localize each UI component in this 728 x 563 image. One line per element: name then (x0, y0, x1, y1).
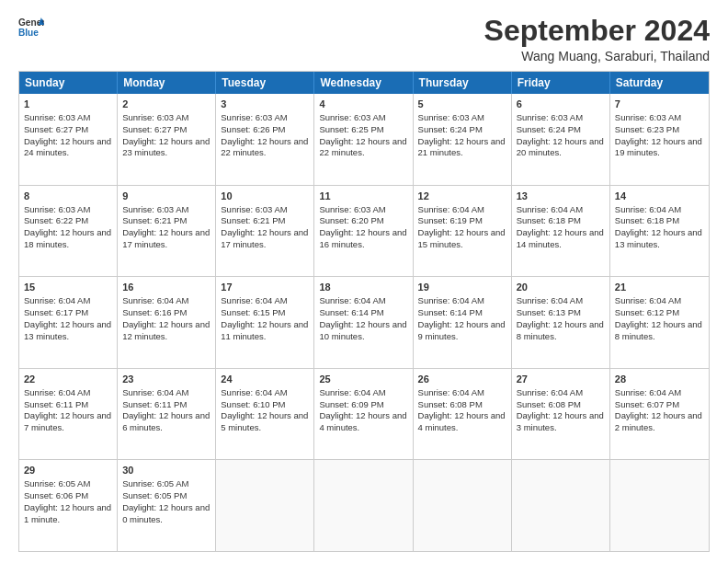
daylight-text: Daylight: 12 hours and 3 minutes. (517, 410, 604, 432)
sunrise-text: Sunrise: 6:04 AM (221, 387, 287, 397)
day-number: 2 (122, 98, 210, 111)
sunset-text: Sunset: 6:25 PM (319, 124, 383, 134)
daylight-text: Daylight: 12 hours and 19 minutes. (615, 136, 702, 158)
daylight-text: Daylight: 12 hours and 20 minutes. (517, 136, 604, 158)
sunrise-text: Sunrise: 6:04 AM (517, 295, 583, 305)
calendar-cell: 2Sunrise: 6:03 AMSunset: 6:27 PMDaylight… (118, 94, 216, 185)
sunrise-text: Sunrise: 6:04 AM (615, 387, 681, 397)
day-number: 6 (517, 98, 605, 111)
calendar-cell: 6Sunrise: 6:03 AMSunset: 6:24 PMDaylight… (512, 94, 610, 185)
sunrise-text: Sunrise: 6:05 AM (122, 478, 188, 488)
sunrise-text: Sunrise: 6:03 AM (122, 204, 188, 214)
sunrise-text: Sunrise: 6:03 AM (24, 112, 90, 122)
calendar-cell (610, 460, 709, 551)
sunrise-text: Sunrise: 6:04 AM (122, 387, 188, 397)
sunset-text: Sunset: 6:27 PM (24, 124, 88, 134)
sunset-text: Sunset: 6:11 PM (24, 399, 88, 409)
calendar-cell: 1Sunrise: 6:03 AMSunset: 6:27 PMDaylight… (19, 94, 118, 185)
calendar-cell: 29Sunrise: 6:05 AMSunset: 6:06 PMDayligh… (19, 460, 118, 551)
sunset-text: Sunset: 6:14 PM (319, 307, 383, 317)
daylight-text: Daylight: 12 hours and 12 minutes. (122, 319, 210, 341)
day-number: 25 (319, 373, 407, 386)
sunrise-text: Sunrise: 6:04 AM (24, 387, 90, 397)
sunset-text: Sunset: 6:06 PM (24, 490, 88, 500)
daylight-text: Daylight: 12 hours and 8 minutes. (615, 319, 702, 341)
sunrise-text: Sunrise: 6:03 AM (615, 112, 681, 122)
daylight-text: Daylight: 12 hours and 10 minutes. (319, 319, 406, 341)
day-number: 12 (418, 190, 506, 203)
daylight-text: Daylight: 12 hours and 22 minutes. (319, 136, 406, 158)
sunrise-text: Sunrise: 6:04 AM (418, 295, 484, 305)
header-saturday: Saturday (610, 72, 709, 94)
sunrise-text: Sunrise: 6:03 AM (319, 112, 385, 122)
sunrise-text: Sunrise: 6:03 AM (517, 112, 583, 122)
day-number: 30 (122, 464, 210, 477)
daylight-text: Daylight: 12 hours and 21 minutes. (418, 136, 506, 158)
day-number: 17 (221, 281, 309, 294)
sunset-text: Sunset: 6:14 PM (418, 307, 483, 317)
header-tuesday: Tuesday (216, 72, 314, 94)
sunset-text: Sunset: 6:20 PM (319, 215, 383, 225)
sunset-text: Sunset: 6:08 PM (517, 399, 581, 409)
calendar-cell: 8Sunrise: 6:03 AMSunset: 6:22 PMDaylight… (19, 186, 118, 277)
calendar-cell: 28Sunrise: 6:04 AMSunset: 6:07 PMDayligh… (610, 369, 709, 460)
day-number: 22 (24, 373, 112, 386)
calendar-cell: 10Sunrise: 6:03 AMSunset: 6:21 PMDayligh… (216, 186, 314, 277)
calendar-body: 1Sunrise: 6:03 AMSunset: 6:27 PMDaylight… (19, 94, 709, 551)
calendar-cell: 22Sunrise: 6:04 AMSunset: 6:11 PMDayligh… (19, 369, 118, 460)
calendar-cell: 21Sunrise: 6:04 AMSunset: 6:12 PMDayligh… (610, 277, 709, 368)
header-wednesday: Wednesday (314, 72, 413, 94)
daylight-text: Daylight: 12 hours and 4 minutes. (418, 410, 506, 432)
calendar-cell: 23Sunrise: 6:04 AMSunset: 6:11 PMDayligh… (118, 369, 216, 460)
location: Wang Muang, Saraburi, Thailand (484, 49, 710, 63)
sunrise-text: Sunrise: 6:03 AM (319, 204, 385, 214)
day-number: 14 (615, 190, 704, 203)
daylight-text: Daylight: 12 hours and 9 minutes. (418, 319, 506, 341)
calendar: Sunday Monday Tuesday Wednesday Thursday… (18, 71, 710, 552)
header-thursday: Thursday (414, 72, 512, 94)
calendar-cell (414, 460, 512, 551)
sunrise-text: Sunrise: 6:04 AM (517, 204, 583, 214)
daylight-text: Daylight: 12 hours and 8 minutes. (517, 319, 604, 341)
daylight-text: Daylight: 12 hours and 15 minutes. (418, 227, 506, 249)
calendar-cell: 14Sunrise: 6:04 AMSunset: 6:18 PMDayligh… (610, 186, 709, 277)
daylight-text: Daylight: 12 hours and 13 minutes. (615, 227, 702, 249)
sunset-text: Sunset: 6:17 PM (24, 307, 88, 317)
calendar-cell: 19Sunrise: 6:04 AMSunset: 6:14 PMDayligh… (414, 277, 512, 368)
day-number: 29 (24, 464, 112, 477)
sunset-text: Sunset: 6:09 PM (319, 399, 383, 409)
daylight-text: Daylight: 12 hours and 16 minutes. (319, 227, 406, 249)
sunset-text: Sunset: 6:07 PM (615, 399, 679, 409)
day-number: 1 (24, 98, 112, 111)
calendar-cell: 20Sunrise: 6:04 AMSunset: 6:13 PMDayligh… (512, 277, 610, 368)
sunrise-text: Sunrise: 6:04 AM (221, 295, 287, 305)
daylight-text: Daylight: 12 hours and 17 minutes. (221, 227, 308, 249)
calendar-cell: 25Sunrise: 6:04 AMSunset: 6:09 PMDayligh… (314, 369, 413, 460)
sunset-text: Sunset: 6:23 PM (615, 124, 679, 134)
header-sunday: Sunday (19, 72, 118, 94)
day-number: 27 (517, 373, 605, 386)
day-number: 3 (221, 98, 309, 111)
page: General Blue September 2024 Wang Muang, … (0, 0, 728, 563)
sunset-text: Sunset: 6:12 PM (615, 307, 679, 317)
calendar-cell: 30Sunrise: 6:05 AMSunset: 6:05 PMDayligh… (118, 460, 216, 551)
sunset-text: Sunset: 6:18 PM (615, 215, 679, 225)
sunrise-text: Sunrise: 6:05 AM (24, 478, 90, 488)
sunrise-text: Sunrise: 6:03 AM (122, 112, 188, 122)
daylight-text: Daylight: 12 hours and 2 minutes. (615, 410, 702, 432)
sunset-text: Sunset: 6:08 PM (418, 399, 483, 409)
calendar-cell: 17Sunrise: 6:04 AMSunset: 6:15 PMDayligh… (216, 277, 314, 368)
sunset-text: Sunset: 6:10 PM (221, 399, 285, 409)
calendar-cell: 26Sunrise: 6:04 AMSunset: 6:08 PMDayligh… (414, 369, 512, 460)
sunset-text: Sunset: 6:26 PM (221, 124, 285, 134)
calendar-header: Sunday Monday Tuesday Wednesday Thursday… (19, 72, 709, 94)
daylight-text: Daylight: 12 hours and 1 minute. (24, 502, 111, 524)
calendar-cell: 7Sunrise: 6:03 AMSunset: 6:23 PMDaylight… (610, 94, 709, 185)
daylight-text: Daylight: 12 hours and 11 minutes. (221, 319, 308, 341)
calendar-cell: 11Sunrise: 6:03 AMSunset: 6:20 PMDayligh… (314, 186, 413, 277)
day-number: 13 (517, 190, 605, 203)
title-block: September 2024 Wang Muang, Saraburi, Tha… (484, 15, 710, 63)
calendar-row-3: 15Sunrise: 6:04 AMSunset: 6:17 PMDayligh… (19, 276, 709, 368)
sunrise-text: Sunrise: 6:04 AM (24, 295, 90, 305)
sunset-text: Sunset: 6:22 PM (24, 215, 88, 225)
